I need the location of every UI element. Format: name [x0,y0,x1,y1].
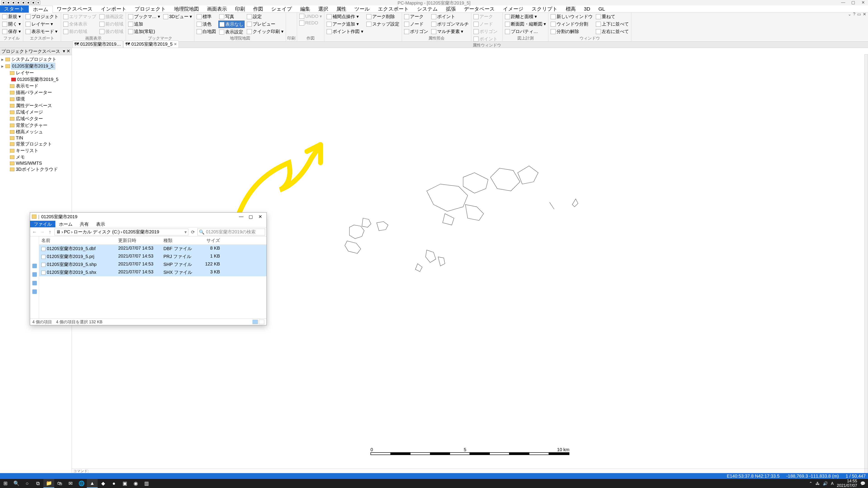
expand-icon[interactable]: ▸ [1,64,4,69]
tree-node[interactable]: ▸システムプロジェクト [1,56,71,63]
qat-icon[interactable]: ▾ [36,1,40,5]
document-tab[interactable]: 🗺01205室蘭市2019_5✕ [123,40,179,48]
menu-印刷[interactable]: 印刷 [231,5,249,13]
menu-ホーム[interactable]: ホーム [29,6,53,13]
menu-プロジェクト[interactable]: プロジェクト [131,5,170,13]
tray-clock[interactable]: 14:552021/07/07 [837,479,857,488]
menu-標高[interactable]: 標高 [562,5,580,13]
tree-node[interactable]: 3Dポイントクラウド [1,166,71,173]
ribbon-item[interactable]: 新しいウィンドウ [550,13,594,20]
menu-イメージ[interactable]: イメージ [499,5,528,13]
search-button[interactable]: 🔍 [11,479,22,488]
explorer-tab[interactable]: ファイル [30,221,55,227]
close-tab-icon[interactable]: ✕ [174,42,177,46]
ribbon-min-icon[interactable]: ⌄ [848,12,851,17]
ribbon-item[interactable]: 白地図 [196,28,217,35]
menu-拡張[interactable]: 拡張 [442,5,460,13]
ribbon-item[interactable]: マルチ要素 ▾ [430,28,470,35]
ribbon-item[interactable]: 表示設定 [218,29,245,35]
ribbon-item[interactable]: 新規 ▾ [1,13,22,20]
menu-シェイプ[interactable]: シェイプ [267,5,296,13]
file-row[interactable]: 01205室蘭市2019_5.dbf2021/07/07 14:53DBF ファ… [39,245,267,253]
ribbon-item[interactable]: クイック印刷 ▾ [246,28,284,35]
minimize-button[interactable]: — [838,0,848,5]
tree-node[interactable]: メモ [1,154,71,160]
ribbon-item[interactable]: ウィンドウ分割 [550,21,594,28]
nav-item-icon[interactable] [32,289,37,294]
breadcrumb[interactable]: PC [64,229,70,234]
workspace-tree[interactable]: ▸システムプロジェクト▸01205室蘭市2019_5:レイヤー01205室蘭市2… [0,55,72,173]
menu-編集[interactable]: 編集 [296,5,314,13]
taskbar[interactable]: ⊞ 🔍 ○ ⧉ 📁 🛍 ✉ 🌐 ▲ ◆ ● ▣ ◉ ▥ ⌃ 🖧 🔊 A 14:5… [0,479,868,488]
ribbon-item[interactable]: プロジェクト [25,13,59,20]
close-doc-icon[interactable]: ✕ [863,12,866,17]
ribbon-item[interactable]: 距離と面積 ▾ [504,13,547,20]
ribbon-item[interactable]: ポイント作図 ▾ [326,28,364,35]
taskbar-app[interactable]: ◆ [98,479,108,488]
nav-back-icon[interactable]: ← [31,229,38,234]
taskbar-edge[interactable]: 🌐 [76,479,87,488]
file-list[interactable]: 名前 更新日時 種類 サイズ 01205室蘭市2019_5.dbf2021/07… [39,236,267,318]
qat-icon[interactable]: ■ [26,1,30,5]
file-row[interactable]: 01205室蘭市2019_5.shx2021/07/07 14:53SHX ファ… [39,268,267,276]
menu-スクリプト[interactable]: スクリプト [528,5,562,13]
ribbon-item[interactable]: 表示なし [218,21,245,28]
taskbar-chrome[interactable]: ◉ [130,479,141,488]
ribbon-item[interactable]: 追加(常駐) [127,28,161,35]
menu-ツール[interactable]: ツール [350,5,374,13]
tree-node[interactable]: 背景プロジェクト [1,141,71,147]
ribbon-item[interactable]: 上下に並べて [595,21,630,28]
nav-item-icon[interactable] [32,272,37,277]
tree-node[interactable]: 01205室蘭市2019_5 [1,76,71,83]
menu-データベース[interactable]: データベース [460,5,499,13]
tree-node[interactable]: キーリスト [1,147,71,154]
nav-fwd-icon[interactable]: → [39,229,45,234]
ribbon-item[interactable]: 表示モード ▾ [25,28,59,35]
file-list-header[interactable]: 名前 更新日時 種類 サイズ [39,236,267,245]
explorer-tab[interactable]: 共有 [76,221,92,227]
explorer-nav-pane[interactable] [30,236,39,318]
ribbon-item[interactable]: 補間点操作 ▾ [326,13,364,20]
ribbon-item[interactable]: 淡色 [196,21,217,28]
document-tab[interactable]: 🗺01205室蘭市2019… [72,40,123,48]
menu-システム[interactable]: システム [413,5,442,13]
menu-作図[interactable]: 作図 [249,5,267,13]
nav-item-icon[interactable] [32,264,37,268]
menu-属性[interactable]: 属性 [332,5,350,13]
tray-ime[interactable]: A [831,481,834,486]
tray-network-icon[interactable]: 🖧 [815,481,819,486]
address-bar[interactable]: 🖥 › PC › ローカル ディスク (C:) › 01205室蘭市2019 ▾ [55,229,188,235]
ribbon-item[interactable]: 追加 [127,21,161,28]
ribbon-item[interactable]: ノード [403,21,429,28]
explorer-tab[interactable]: ホーム [55,221,76,227]
explorer-tab[interactable]: 表示 [92,221,109,227]
ws-close-icon[interactable]: ✕ [66,48,70,54]
tree-node[interactable]: 広域ベクター [1,116,71,122]
ribbon-item[interactable]: 分割の解除 [550,28,594,35]
explorer-window[interactable]: | 01205室蘭市2019 — ▢ ✕ ファイルホーム共有表示 ← → ↑ 🖥… [30,213,267,325]
menu-GL[interactable]: GL [594,5,609,13]
ribbon-item[interactable]: ブックマ… ▾ [127,13,161,20]
taskbar-app[interactable]: ● [108,479,119,488]
menu-地理院地図[interactable]: 地理院地図 [170,5,203,13]
nav-item-icon[interactable] [32,281,37,285]
qat-icon[interactable]: ■ [1,1,5,5]
refresh-icon[interactable]: ⟳ [190,229,196,235]
restore-icon[interactable]: ▭ [857,12,861,17]
maximize-button[interactable]: ▢ [848,0,858,5]
ribbon-item[interactable]: 左右に並べて [595,28,630,35]
expand-icon[interactable]: ▸ [1,57,4,62]
help-icon[interactable]: ? [853,12,855,17]
search-input[interactable]: 🔍 01205室蘭市2019の検索 [197,229,265,235]
taskbar-mail[interactable]: ✉ [65,479,76,488]
tree-node[interactable]: 背景ピクチャー [1,122,71,129]
tray-sound-icon[interactable]: 🔊 [823,481,828,486]
file-row[interactable]: 01205室蘭市2019_5.shp2021/07/07 14:53SHP ファ… [39,260,267,268]
tray-notifications-icon[interactable]: 💬 [860,481,865,486]
ribbon-item[interactable]: 標準 [196,13,217,20]
nav-up-icon[interactable]: ↑ [47,229,53,234]
ribbon-item[interactable]: 保存 ▾ [1,28,22,35]
ribbon-item[interactable]: 3Dビュー ▾ [162,13,193,20]
breadcrumb[interactable]: ローカル ディスク (C:) [73,229,120,235]
menu-選択[interactable]: 選択 [314,5,332,13]
